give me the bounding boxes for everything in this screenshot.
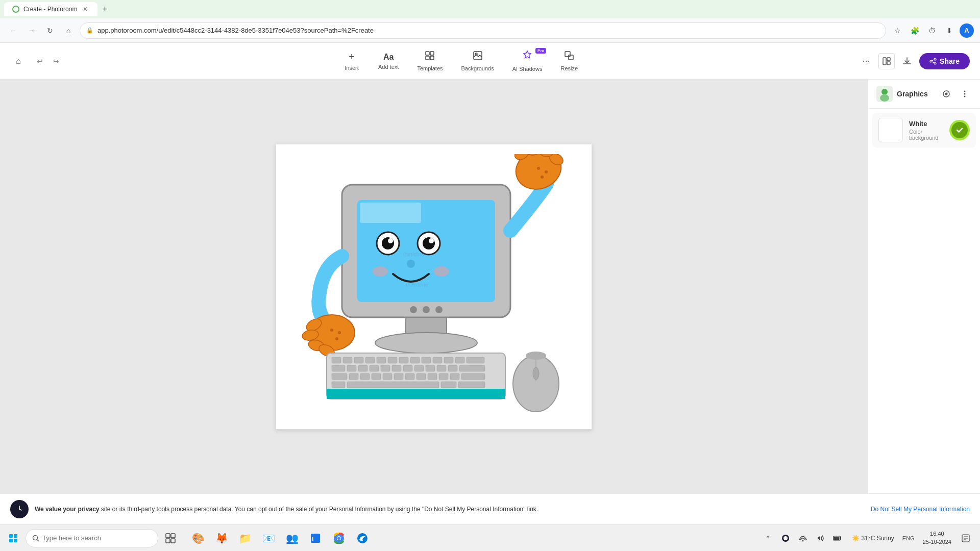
svg-rect-82 xyxy=(416,373,426,380)
back-button[interactable]: ← xyxy=(6,23,20,38)
svg-point-102 xyxy=(964,91,966,92)
svg-point-104 xyxy=(964,96,966,97)
taskbar-search[interactable] xyxy=(26,529,158,547)
privacy-link[interactable]: Do Not Sell My Personal Information xyxy=(871,506,970,513)
taskbar-app-files[interactable]: 📁 xyxy=(234,527,256,549)
weather-widget[interactable]: ☀️ 31°C Sunny xyxy=(848,533,898,544)
templates-tool[interactable]: Templates xyxy=(409,46,451,76)
svg-rect-1 xyxy=(430,52,434,55)
privacy-banner: We value your privacy site or its third-… xyxy=(0,493,980,524)
svg-rect-70 xyxy=(414,365,424,371)
svg-rect-18 xyxy=(360,203,421,223)
taskbar-search-input[interactable] xyxy=(42,534,152,542)
photoroom-tray-icon[interactable] xyxy=(777,530,794,546)
svg-rect-53 xyxy=(365,357,375,363)
forward-button[interactable]: → xyxy=(24,23,39,38)
insert-label: Insert xyxy=(345,65,359,71)
home-button[interactable]: ⌂ xyxy=(61,23,76,38)
insert-tool[interactable]: + Insert xyxy=(335,47,368,75)
privacy-text: We value your privacy site or its third-… xyxy=(35,506,865,513)
svg-rect-62 xyxy=(467,357,484,363)
taskbar-app-teams[interactable]: 👥 xyxy=(281,527,303,549)
taskbar-app-paint[interactable]: 🎨 xyxy=(187,527,209,549)
bookmark-button[interactable]: ☆ xyxy=(890,23,904,38)
resize-tool[interactable]: Resize xyxy=(552,46,586,76)
address-bar[interactable] xyxy=(97,27,879,34)
taskbar-app-firefox[interactable]: 🦊 xyxy=(210,527,233,549)
app-toolbar-right: ··· xyxy=(858,53,970,69)
system-clock[interactable]: 16:40 25-10-2024 xyxy=(919,528,955,548)
language-indicator[interactable]: ENG xyxy=(900,530,917,546)
insert-icon: + xyxy=(349,51,355,63)
svg-point-110 xyxy=(33,535,38,540)
ai-shadows-tool[interactable]: Pro AI Shadows xyxy=(504,46,551,76)
app-toolbar-center: + Insert Aa Add text xyxy=(335,46,586,76)
svg-rect-83 xyxy=(428,373,437,380)
svg-rect-77 xyxy=(360,373,370,380)
svg-rect-58 xyxy=(422,357,431,363)
bg-name: White xyxy=(909,120,943,128)
taskbar-app-chrome[interactable] xyxy=(328,527,350,549)
volume-icon[interactable] xyxy=(812,530,828,546)
app-container: ⌂ ↩ ↪ + Insert Aa Add text xyxy=(0,43,980,524)
panel-menu-button[interactable] xyxy=(958,87,972,101)
taskbar-right: ^ xyxy=(760,528,978,548)
reload-button[interactable]: ↻ xyxy=(43,23,57,38)
new-tab-button[interactable]: + xyxy=(97,2,112,16)
panel-visibility-button[interactable] xyxy=(939,87,953,101)
profile-button[interactable]: A xyxy=(960,23,974,38)
network-icon[interactable] xyxy=(795,530,811,546)
svg-rect-84 xyxy=(439,373,448,380)
svg-rect-60 xyxy=(444,357,453,363)
taskbar-app-spreadsheet[interactable]: f xyxy=(304,527,327,549)
address-bar-container: 🔒 xyxy=(80,22,886,39)
svg-point-46 xyxy=(537,167,540,170)
tab-close-button[interactable]: ✕ xyxy=(81,5,89,13)
notification-button[interactable] xyxy=(958,530,974,546)
app-home-button[interactable]: ⌂ xyxy=(10,53,27,69)
svg-rect-63 xyxy=(332,365,345,371)
add-text-label: Add text xyxy=(378,64,399,70)
system-tray-chevron[interactable]: ^ xyxy=(760,530,776,546)
canvas-wrapper: thinktime thinktime xyxy=(276,144,592,430)
download-browser-button[interactable]: ⬇ xyxy=(942,23,957,38)
more-options-button[interactable]: ··· xyxy=(858,53,874,69)
taskbar-task-view[interactable] xyxy=(159,527,182,549)
layout-button[interactable] xyxy=(878,53,895,69)
add-text-tool[interactable]: Aa Add text xyxy=(370,48,407,74)
svg-rect-10 xyxy=(887,62,890,65)
taskbar-start-button[interactable] xyxy=(2,527,24,549)
taskbar-app-edge[interactable] xyxy=(351,527,374,549)
canvas-area[interactable]: thinktime thinktime xyxy=(0,80,868,493)
svg-rect-106 xyxy=(9,534,13,538)
svg-rect-76 xyxy=(349,373,358,380)
share-button[interactable]: Share xyxy=(919,53,970,69)
panel-title: Graphics xyxy=(897,90,935,98)
svg-rect-73 xyxy=(448,365,457,371)
background-item-white[interactable]: White Color background xyxy=(872,113,976,147)
main-content: thinktime thinktime Graphics xyxy=(0,80,980,493)
svg-line-14 xyxy=(932,60,934,61)
browser-toolbar: ← → ↻ ⌂ 🔒 ☆ 🧩 ⏱ ⬇ A xyxy=(0,18,980,43)
taskbar-app-mail[interactable]: 📧 xyxy=(257,527,280,549)
battery-icon[interactable] xyxy=(829,530,846,546)
svg-rect-90 xyxy=(458,382,485,388)
clock-time: 16:40 xyxy=(923,530,951,538)
svg-rect-50 xyxy=(332,357,341,363)
svg-rect-111 xyxy=(166,534,170,538)
extensions-button[interactable]: 🧩 xyxy=(908,23,922,38)
svg-rect-7 xyxy=(569,55,573,60)
svg-rect-52 xyxy=(354,357,363,363)
share-label: Share xyxy=(940,57,960,65)
svg-point-40 xyxy=(335,337,338,340)
undo-button[interactable]: ↩ xyxy=(33,54,47,68)
download-button[interactable] xyxy=(899,53,915,69)
redo-button[interactable]: ↪ xyxy=(49,54,63,68)
history-button[interactable]: ⏱ xyxy=(925,23,939,38)
svg-rect-112 xyxy=(171,534,175,538)
svg-rect-72 xyxy=(437,365,446,371)
backgrounds-tool[interactable]: Backgrounds xyxy=(453,46,502,76)
svg-rect-67 xyxy=(381,365,390,371)
active-tab[interactable]: Create - Photoroom ✕ xyxy=(4,2,97,16)
bg-action-button[interactable] xyxy=(949,120,970,140)
